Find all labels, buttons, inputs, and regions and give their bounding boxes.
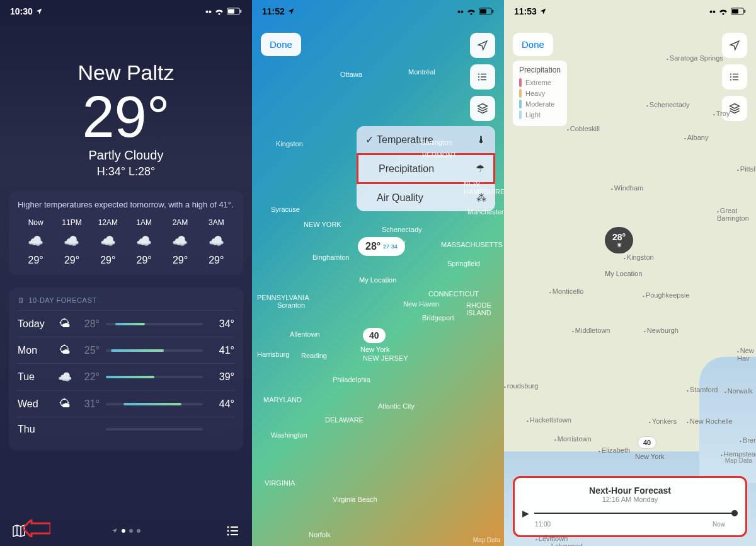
map-city-label: Albany xyxy=(684,134,708,141)
check-icon: ✓ xyxy=(365,134,377,146)
map-city-label: Syracuse xyxy=(271,206,300,213)
svg-point-7 xyxy=(227,534,229,536)
map-city-label: New Haven xyxy=(403,300,439,308)
temp-range-bar xyxy=(106,376,203,378)
map-city-label: DELAWARE xyxy=(325,416,364,424)
map-city-label: Newburgh xyxy=(644,327,679,334)
legend-row: Extreme xyxy=(519,78,561,87)
city-temp-badge[interactable]: 40 xyxy=(638,436,656,449)
hour-temp: 29° xyxy=(54,255,89,266)
hour-label: Now xyxy=(18,218,54,227)
signal-icon: ▪▪ xyxy=(457,6,464,16)
layers-button[interactable] xyxy=(470,96,495,121)
weather-icon: 🌤 xyxy=(55,344,74,357)
day-low: 22° xyxy=(74,371,100,383)
status-bar: 10:30 ▪▪ xyxy=(0,0,252,23)
map-city-label: Burlington xyxy=(421,139,452,146)
day-row[interactable]: Thu xyxy=(18,417,234,441)
map-city-label: Windham xyxy=(611,184,643,192)
map-city-label: Great Barrington xyxy=(717,207,756,222)
battery-icon xyxy=(227,8,242,15)
legend-row: Light xyxy=(519,110,561,119)
svg-rect-2 xyxy=(240,9,241,13)
day-row[interactable]: Tue☁️22°39° xyxy=(18,363,234,390)
svg-point-14 xyxy=(478,76,479,78)
map-city-label: PENNSYLVANIA xyxy=(257,294,309,301)
done-button[interactable]: Done xyxy=(513,33,553,56)
svg-rect-20 xyxy=(744,9,745,13)
map-city-label: Schenectady xyxy=(646,101,689,108)
battery-icon xyxy=(479,8,494,15)
day-row[interactable]: Mon🌤25°41° xyxy=(18,337,234,363)
map-city-label: Allentown xyxy=(290,330,320,338)
day-high: 44° xyxy=(209,398,234,410)
done-button[interactable]: Done xyxy=(261,33,301,56)
map-city-label: MARYLAND xyxy=(263,396,302,404)
daily-forecast-card[interactable]: 🗓 10-DAY FORECAST Today🌤28°34°Mon🌤25°41°… xyxy=(9,288,243,450)
layers-button[interactable] xyxy=(722,96,747,121)
svg-rect-19 xyxy=(732,9,738,14)
day-row[interactable]: Today🌤28°34° xyxy=(18,310,234,337)
temp-range-bar xyxy=(106,349,203,352)
map-city-label: Middletown xyxy=(572,327,610,334)
location-temp-bubble[interactable]: 28° ☀ xyxy=(605,227,633,253)
hour-temp: 29° xyxy=(198,255,234,266)
hour-label: 12AM xyxy=(90,218,126,227)
svg-point-12 xyxy=(478,73,479,74)
location-services-icon xyxy=(287,8,295,15)
location-services-icon xyxy=(539,8,547,15)
map-city-label: MASSACHUSETTS xyxy=(441,241,503,248)
list-button[interactable] xyxy=(470,64,495,90)
location-temp-bubble[interactable]: 28° 27 34 xyxy=(358,237,405,256)
map-city-label: Lakewood xyxy=(548,542,583,546)
forecast-header: 10-DAY FORECAST xyxy=(29,296,97,304)
list-button[interactable] xyxy=(722,64,747,90)
svg-rect-4 xyxy=(231,526,238,528)
map-city-label: Elizabeth xyxy=(598,446,630,454)
play-icon[interactable]: ▶ xyxy=(522,508,529,518)
status-time: 10:30 xyxy=(10,6,33,16)
map-city-label: New Rochelle xyxy=(687,417,733,425)
map-city-label: Norfolk xyxy=(309,531,331,538)
day-row[interactable]: Wed🌤31°44° xyxy=(18,390,234,417)
map-city-label: Binghamton xyxy=(312,253,350,261)
svg-point-16 xyxy=(478,79,479,80)
my-location-label: My Location xyxy=(605,270,642,277)
wifi-icon xyxy=(718,8,728,15)
day-low: 28° xyxy=(74,318,100,330)
location-dot-icon xyxy=(112,528,118,534)
high-low-text: H:34° L:28° xyxy=(0,165,252,178)
map-city-label: NEW JERSEY xyxy=(363,354,408,362)
locate-button[interactable] xyxy=(722,33,747,58)
map-city-label: CONNECTICUT xyxy=(428,290,479,298)
svg-point-21 xyxy=(730,73,731,74)
layer-icon: ☂ xyxy=(476,163,484,175)
list-icon[interactable] xyxy=(226,523,241,538)
hour-column: 11PM☁️29° xyxy=(54,218,89,266)
hourly-forecast-card[interactable]: Higher temperatures expected tomorrow, w… xyxy=(9,191,243,275)
city-temp-badge[interactable]: 40 xyxy=(363,328,386,343)
page-dots[interactable] xyxy=(112,528,140,534)
timeline-track[interactable] xyxy=(534,513,738,514)
svg-rect-17 xyxy=(481,79,486,81)
weather-icon: ☁️ xyxy=(18,233,54,248)
map-data-attribution[interactable]: Map Data xyxy=(473,537,500,543)
wifi-icon xyxy=(466,8,476,15)
locate-button[interactable] xyxy=(470,33,495,58)
wifi-icon xyxy=(214,8,224,15)
map-data-attribution[interactable]: Map Data xyxy=(725,457,752,464)
map-city-label: Scranton xyxy=(277,301,305,309)
forecast-summary: Higher temperatures expected tomorrow, w… xyxy=(18,200,234,209)
svg-rect-13 xyxy=(481,74,486,75)
map-city-label: Brentwo xyxy=(740,436,756,444)
weather-icon: ☁️ xyxy=(198,233,234,248)
hour-label: 2AM xyxy=(162,218,198,227)
legend-row: Heavy xyxy=(519,89,561,98)
map-city-label: Morristown xyxy=(554,435,592,443)
map-city-label: Ottawa xyxy=(340,71,362,78)
hour-column: Now☁️29° xyxy=(18,218,54,266)
map-city-label: New Hav xyxy=(737,347,756,362)
next-hour-forecast-card[interactable]: Next-Hour Forecast 12:16 AM Monday ▶ 11:… xyxy=(513,476,747,537)
weather-icon: ☁️ xyxy=(55,370,74,384)
tick-label: Now xyxy=(713,521,725,528)
